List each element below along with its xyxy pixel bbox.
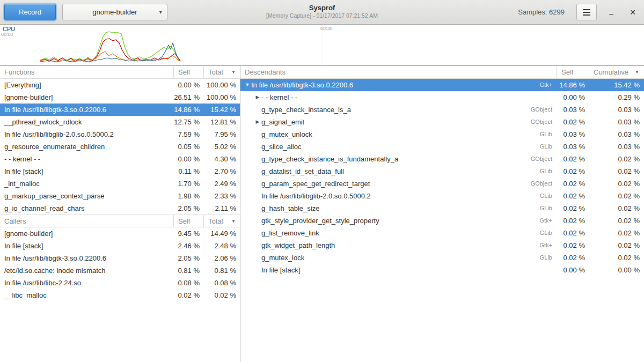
callers-column-header[interactable]: Callers xyxy=(0,215,173,227)
table-row[interactable]: g_type_check_instance_is_fundamentally_a… xyxy=(240,153,644,165)
process-selector-dropdown[interactable]: gnome-builder ▾ xyxy=(62,4,167,20)
right-pane: Descendants Self Cumulative ▼ ▼In file /… xyxy=(240,66,644,362)
self-column-header[interactable]: Self xyxy=(173,215,203,227)
table-row[interactable]: In file [stack]2.46 %2.48 % xyxy=(0,240,240,252)
cumulative-percent: 0.03 % xyxy=(589,116,643,128)
cumulative-percent: 0.03 % xyxy=(589,104,643,116)
table-row[interactable]: g_io_channel_read_chars2.05 %2.11 % xyxy=(0,202,240,215)
table-row[interactable]: g_type_check_instance_is_aGObject0.03 %0… xyxy=(240,104,644,116)
self-percent: 0.02 % xyxy=(557,252,589,264)
table-row[interactable]: g_resource_enumerate_children0.05 %5.02 … xyxy=(0,141,240,153)
table-row[interactable]: g_mutex_unlockGLib0.03 %0.03 % xyxy=(240,128,644,141)
functions-table-body: [Everything]0.00 %100.00 %[gnome-builder… xyxy=(0,79,240,215)
menu-button[interactable] xyxy=(576,4,597,20)
self-percent: 0.02 % xyxy=(557,215,589,227)
record-button[interactable]: Record xyxy=(4,4,56,20)
descendants-column-header[interactable]: Descendants xyxy=(240,66,557,78)
table-row[interactable]: In file [stack]0.00 %0.00 % xyxy=(240,264,644,276)
table-row[interactable]: gtk_widget_path_lengthGtk+0.02 %0.02 % xyxy=(240,239,644,252)
table-row[interactable]: In file /usr/lib/libgtk-3.so.0.2200.62.0… xyxy=(0,252,240,264)
table-row[interactable]: [gnome-builder]9.45 %14.49 % xyxy=(0,227,240,240)
table-row[interactable]: g_slice_allocGLib0.03 %0.03 % xyxy=(240,141,644,153)
table-row[interactable]: In file /usr/lib/libc-2.24.so0.08 %0.08 … xyxy=(0,277,240,289)
function-name: [gnome-builder] xyxy=(0,91,173,104)
self-percent: 0.00 % xyxy=(557,91,589,104)
function-name: g_datalist_id_set_data_full xyxy=(261,165,344,178)
process-selector-label: gnome-builder xyxy=(92,8,137,16)
function-name: __libc_malloc xyxy=(0,289,173,301)
function-name: In file /usr/lib/libgtk-3.so.0.2200.6 xyxy=(251,79,353,91)
cpu-line-red xyxy=(40,39,180,61)
self-percent: 0.02 % xyxy=(557,153,589,165)
minimize-button[interactable]: − xyxy=(604,4,618,20)
table-row[interactable]: g_datalist_id_set_data_fullGLib0.02 %0.0… xyxy=(240,165,644,178)
table-row[interactable]: g_param_spec_get_redirect_targetGObject0… xyxy=(240,178,644,190)
table-row[interactable]: gtk_style_provider_get_style_propertyGtk… xyxy=(240,215,644,227)
expander-closed-icon[interactable]: ▶ xyxy=(254,91,261,104)
functions-column-header[interactable]: Functions xyxy=(0,66,173,78)
total-column-header[interactable]: Total ▼ xyxy=(203,215,240,227)
total-column-header[interactable]: Total ▼ xyxy=(203,66,240,78)
table-row[interactable]: __libc_malloc0.02 %0.02 % xyxy=(0,289,240,301)
close-button[interactable]: ✕ xyxy=(626,4,640,20)
table-row[interactable]: ▶- - kernel - -0.00 %0.29 % xyxy=(240,91,644,104)
library-tag: GObject xyxy=(531,178,557,190)
function-name: g_type_check_instance_is_fundamentally_a xyxy=(261,153,398,165)
table-row[interactable]: g_mutex_lockGLib0.02 %0.02 % xyxy=(240,252,644,264)
function-name: gtk_style_provider_get_style_property xyxy=(261,215,379,227)
table-row[interactable]: g_hash_table_sizeGLib0.02 %0.02 % xyxy=(240,202,644,215)
table-row[interactable]: [Everything]0.00 %100.00 % xyxy=(0,79,240,91)
expander-closed-icon[interactable]: ▶ xyxy=(254,116,261,128)
sort-indicator-icon: ▼ xyxy=(231,215,236,227)
self-percent: 2.46 % xyxy=(173,240,203,252)
expander-open-icon[interactable]: ▼ xyxy=(244,79,251,91)
table-row[interactable]: ▼In file /usr/lib/libgtk-3.so.0.2200.6Gt… xyxy=(240,79,644,91)
function-name: g_signal_emit xyxy=(261,116,304,128)
function-name: [gnome-builder] xyxy=(0,227,173,240)
sysprof-window: Record gnome-builder ▾ Sysprof [Memory C… xyxy=(0,0,644,362)
function-name-cell: gtk_style_provider_get_style_propertyGtk… xyxy=(240,215,557,227)
function-name: g_mutex_lock xyxy=(261,252,304,264)
cumulative-percent: 0.02 % xyxy=(589,239,643,252)
function-name-cell: g_mutex_unlockGLib xyxy=(240,128,557,141)
function-name: - - kernel - - xyxy=(0,153,173,165)
function-name-cell: In file [stack] xyxy=(240,264,557,276)
table-row[interactable]: __pthread_rwlock_rdlock12.75 %12.81 % xyxy=(0,116,240,128)
cumulative-column-header[interactable]: Cumulative ▼ xyxy=(589,66,643,78)
table-row[interactable]: ▶g_signal_emitGObject0.02 %0.03 % xyxy=(240,116,644,128)
cumulative-percent: 0.02 % xyxy=(589,178,643,190)
cumulative-percent: 0.02 % xyxy=(589,165,643,178)
total-percent: 100.00 % xyxy=(203,79,240,91)
total-percent: 0.81 % xyxy=(203,264,240,277)
function-name: In file [stack] xyxy=(0,240,173,252)
total-percent: 4.30 % xyxy=(203,153,240,165)
table-row[interactable]: - - kernel - -0.00 %4.30 % xyxy=(0,153,240,165)
function-name: gtk_widget_path_length xyxy=(261,239,335,252)
table-row[interactable]: [gnome-builder]26.51 %100.00 % xyxy=(0,91,240,104)
total-percent: 2.06 % xyxy=(203,252,240,264)
table-row[interactable]: g_list_remove_linkGLib0.02 %0.02 % xyxy=(240,227,644,239)
function-name-cell: g_slice_allocGLib xyxy=(240,141,557,153)
function-name-cell: ▼In file /usr/lib/libgtk-3.so.0.2200.6Gt… xyxy=(240,79,557,91)
table-row[interactable]: /etc/ld.so.cache: inode mismatch0.81 %0.… xyxy=(0,264,240,277)
self-column-header[interactable]: Self xyxy=(173,66,203,78)
table-row[interactable]: g_markup_parse_context_parse1.98 %2.33 % xyxy=(0,190,240,202)
table-row[interactable]: In file /usr/lib/libglib-2.0.so.0.5000.2… xyxy=(0,128,240,141)
self-percent: 12.75 % xyxy=(173,116,203,128)
table-row[interactable]: In file [stack]0.11 %2.70 % xyxy=(0,165,240,178)
self-column-header[interactable]: Self xyxy=(557,66,589,78)
table-row[interactable]: _int_malloc1.70 %2.49 % xyxy=(0,178,240,190)
function-name: __pthread_rwlock_rdlock xyxy=(0,116,173,128)
function-name: g_list_remove_link xyxy=(261,227,319,239)
callers-table-body: [gnome-builder]9.45 %14.49 %In file [sta… xyxy=(0,227,240,301)
total-percent: 2.48 % xyxy=(203,240,240,252)
function-name-cell: ▶- - kernel - - xyxy=(240,91,557,104)
table-row[interactable]: In file /usr/lib/libglib-2.0.so.0.5000.2… xyxy=(240,190,644,202)
function-name: In file [stack] xyxy=(261,264,300,276)
table-row[interactable]: In file /usr/lib/libgtk-3.so.0.2200.614.… xyxy=(0,104,240,116)
function-name-cell: gtk_widget_path_lengthGtk+ xyxy=(240,239,557,252)
total-column-label: Total xyxy=(208,68,223,76)
function-name: _int_malloc xyxy=(0,178,173,190)
library-tag: GLib xyxy=(540,128,557,141)
total-percent: 7.95 % xyxy=(203,128,240,141)
